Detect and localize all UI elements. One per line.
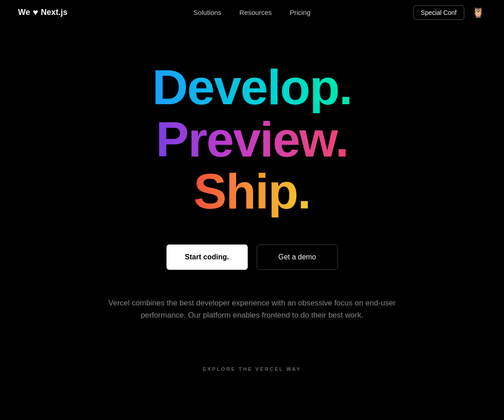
heart-icon: ♥ <box>33 7 38 18</box>
explore-section: EXPLORE THE VERCEL WAY <box>203 357 301 372</box>
logo-text-we: We <box>18 8 30 17</box>
hero-headline: Develop. Preview. Ship. <box>152 61 351 217</box>
start-coding-button[interactable]: Start coding. <box>166 245 248 270</box>
nav-links: Solutions Resources Pricing <box>194 9 310 16</box>
hero-buttons: Start coding. Get a demo <box>166 245 338 270</box>
special-conf-button[interactable]: Special Conf <box>413 5 464 20</box>
nav-link-resources[interactable]: Resources <box>240 9 272 16</box>
navbar: We ♥ Next.js Solutions Resources Pricing… <box>0 0 504 25</box>
explore-label: EXPLORE THE VERCEL WAY <box>203 366 301 372</box>
hero-line-ship: Ship. <box>194 165 310 217</box>
avatar[interactable]: 🦉 <box>470 5 486 21</box>
hero-line-preview: Preview. <box>156 113 348 166</box>
hero-section: Develop. Preview. Ship. Start coding. Ge… <box>0 25 504 399</box>
nav-right: Special Conf 🦉 <box>413 5 486 21</box>
nav-link-solutions[interactable]: Solutions <box>194 9 222 16</box>
hero-description: Vercel combines the best developer exper… <box>94 297 410 321</box>
get-demo-button[interactable]: Get a demo <box>257 245 338 270</box>
logo-brand: Next.js <box>41 8 68 17</box>
nav-link-pricing[interactable]: Pricing <box>290 9 310 16</box>
logo[interactable]: We ♥ Next.js <box>18 7 68 18</box>
hero-line-develop: Develop. <box>152 61 351 113</box>
